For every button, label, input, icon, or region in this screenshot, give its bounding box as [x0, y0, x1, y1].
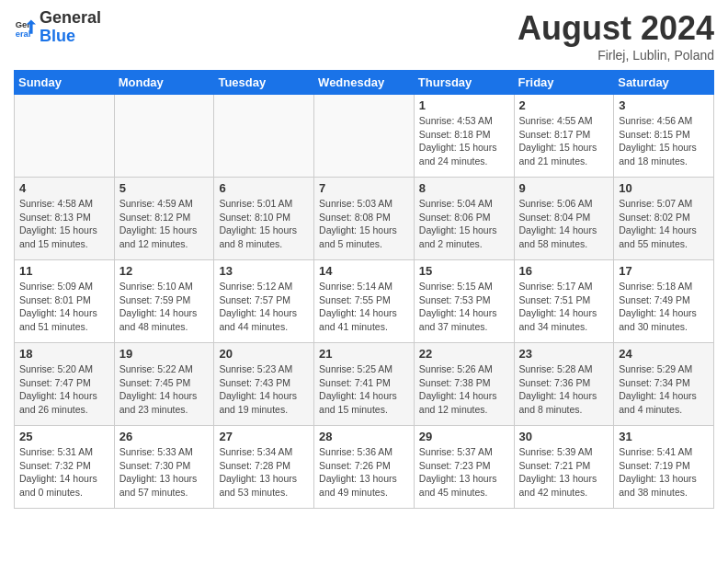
- day-number: 3: [619, 98, 709, 112]
- day-number: 16: [519, 264, 609, 278]
- day-number: 20: [219, 347, 309, 361]
- day-info: Sunrise: 5:39 AM Sunset: 7:21 PM Dayligh…: [519, 445, 609, 500]
- day-info: Sunrise: 5:31 AM Sunset: 7:32 PM Dayligh…: [19, 445, 109, 500]
- day-info: Sunrise: 5:20 AM Sunset: 7:47 PM Dayligh…: [19, 362, 109, 417]
- calendar-cell: 1Sunrise: 4:53 AM Sunset: 8:18 PM Daylig…: [414, 95, 514, 178]
- day-info: Sunrise: 4:56 AM Sunset: 8:15 PM Dayligh…: [619, 114, 709, 168]
- calendar-cell: 18Sunrise: 5:20 AM Sunset: 7:47 PM Dayli…: [15, 343, 115, 426]
- day-info: Sunrise: 5:29 AM Sunset: 7:34 PM Dayligh…: [619, 362, 709, 417]
- day-info: Sunrise: 5:03 AM Sunset: 8:08 PM Dayligh…: [319, 197, 409, 251]
- day-header-friday: Friday: [514, 71, 614, 95]
- calendar-cell: 27Sunrise: 5:34 AM Sunset: 7:28 PM Dayli…: [214, 426, 314, 509]
- day-header-tuesday: Tuesday: [214, 71, 314, 95]
- day-info: Sunrise: 5:23 AM Sunset: 7:43 PM Dayligh…: [219, 362, 309, 417]
- calendar-cell: 31Sunrise: 5:41 AM Sunset: 7:19 PM Dayli…: [614, 426, 714, 509]
- day-info: Sunrise: 4:59 AM Sunset: 8:12 PM Dayligh…: [119, 197, 210, 251]
- day-number: 7: [319, 181, 409, 195]
- day-number: 14: [319, 264, 409, 278]
- day-number: 25: [19, 430, 109, 443]
- day-info: Sunrise: 5:25 AM Sunset: 7:41 PM Dayligh…: [319, 362, 409, 417]
- calendar-cell: 20Sunrise: 5:23 AM Sunset: 7:43 PM Dayli…: [214, 343, 314, 426]
- calendar-cell: 7Sunrise: 5:03 AM Sunset: 8:08 PM Daylig…: [314, 178, 415, 260]
- day-header-monday: Monday: [114, 71, 214, 95]
- calendar-cell: 15Sunrise: 5:15 AM Sunset: 7:53 PM Dayli…: [414, 260, 514, 343]
- page-header: Gen eral GeneralBlue August 2024 Firlej,…: [14, 9, 714, 63]
- day-number: 21: [319, 347, 409, 361]
- calendar-cell: 13Sunrise: 5:12 AM Sunset: 7:57 PM Dayli…: [214, 260, 314, 343]
- day-number: 26: [119, 430, 210, 443]
- day-info: Sunrise: 5:41 AM Sunset: 7:19 PM Dayligh…: [619, 445, 709, 500]
- calendar-cell: 16Sunrise: 5:17 AM Sunset: 7:51 PM Dayli…: [514, 260, 614, 343]
- day-info: Sunrise: 5:01 AM Sunset: 8:10 PM Dayligh…: [219, 197, 309, 251]
- day-number: 2: [519, 98, 609, 112]
- day-info: Sunrise: 5:33 AM Sunset: 7:30 PM Dayligh…: [119, 445, 210, 500]
- day-info: Sunrise: 4:58 AM Sunset: 8:13 PM Dayligh…: [19, 197, 109, 251]
- day-number: 15: [419, 264, 509, 278]
- day-number: 22: [419, 347, 509, 361]
- day-number: 27: [219, 430, 309, 443]
- day-number: 28: [319, 430, 409, 443]
- day-info: Sunrise: 5:28 AM Sunset: 7:36 PM Dayligh…: [519, 362, 609, 417]
- calendar-cell: 2Sunrise: 4:55 AM Sunset: 8:17 PM Daylig…: [514, 95, 614, 178]
- day-number: 6: [219, 181, 309, 195]
- calendar-cell: [214, 95, 314, 178]
- day-number: 9: [519, 181, 609, 195]
- week-row-1: 1Sunrise: 4:53 AM Sunset: 8:18 PM Daylig…: [15, 95, 714, 178]
- calendar-cell: [314, 95, 415, 178]
- day-info: Sunrise: 5:15 AM Sunset: 7:53 PM Dayligh…: [419, 280, 509, 334]
- calendar-table: SundayMondayTuesdayWednesdayThursdayFrid…: [14, 70, 714, 509]
- calendar-cell: 3Sunrise: 4:56 AM Sunset: 8:15 PM Daylig…: [614, 95, 714, 178]
- week-row-5: 25Sunrise: 5:31 AM Sunset: 7:32 PM Dayli…: [15, 426, 714, 509]
- day-info: Sunrise: 5:17 AM Sunset: 7:51 PM Dayligh…: [519, 280, 609, 334]
- calendar-cell: 6Sunrise: 5:01 AM Sunset: 8:10 PM Daylig…: [214, 178, 314, 260]
- day-info: Sunrise: 5:10 AM Sunset: 7:59 PM Dayligh…: [119, 280, 210, 334]
- day-number: 8: [419, 181, 509, 195]
- calendar-cell: 26Sunrise: 5:33 AM Sunset: 7:30 PM Dayli…: [114, 426, 214, 509]
- day-info: Sunrise: 5:18 AM Sunset: 7:49 PM Dayligh…: [619, 280, 709, 334]
- day-info: Sunrise: 5:12 AM Sunset: 7:57 PM Dayligh…: [219, 280, 309, 334]
- week-row-2: 4Sunrise: 4:58 AM Sunset: 8:13 PM Daylig…: [15, 178, 714, 260]
- day-number: 31: [619, 430, 709, 443]
- day-info: Sunrise: 5:04 AM Sunset: 8:06 PM Dayligh…: [419, 197, 509, 251]
- calendar-cell: 10Sunrise: 5:07 AM Sunset: 8:02 PM Dayli…: [614, 178, 714, 260]
- week-row-3: 11Sunrise: 5:09 AM Sunset: 8:01 PM Dayli…: [15, 260, 714, 343]
- day-number: 11: [19, 264, 109, 278]
- title-block: August 2024 Firlej, Lublin, Poland: [518, 9, 714, 63]
- days-header-row: SundayMondayTuesdayWednesdayThursdayFrid…: [15, 71, 714, 95]
- day-header-wednesday: Wednesday: [314, 71, 415, 95]
- day-number: 29: [419, 430, 509, 443]
- month-title: August 2024: [518, 9, 714, 48]
- day-number: 17: [619, 264, 709, 278]
- day-info: Sunrise: 5:34 AM Sunset: 7:28 PM Dayligh…: [219, 445, 309, 500]
- calendar-cell: [114, 95, 214, 178]
- day-number: 10: [619, 181, 709, 195]
- day-number: 1: [419, 98, 509, 112]
- calendar-cell: 23Sunrise: 5:28 AM Sunset: 7:36 PM Dayli…: [514, 343, 614, 426]
- day-info: Sunrise: 4:55 AM Sunset: 8:17 PM Dayligh…: [519, 114, 609, 168]
- day-info: Sunrise: 5:36 AM Sunset: 7:26 PM Dayligh…: [319, 445, 409, 500]
- calendar-cell: 14Sunrise: 5:14 AM Sunset: 7:55 PM Dayli…: [314, 260, 415, 343]
- day-number: 18: [19, 347, 109, 361]
- day-number: 19: [119, 347, 210, 361]
- calendar-cell: 29Sunrise: 5:37 AM Sunset: 7:23 PM Dayli…: [414, 426, 514, 509]
- calendar-cell: 17Sunrise: 5:18 AM Sunset: 7:49 PM Dayli…: [614, 260, 714, 343]
- day-info: Sunrise: 5:09 AM Sunset: 8:01 PM Dayligh…: [19, 280, 109, 334]
- calendar-cell: 11Sunrise: 5:09 AM Sunset: 8:01 PM Dayli…: [15, 260, 115, 343]
- day-info: Sunrise: 5:14 AM Sunset: 7:55 PM Dayligh…: [319, 280, 409, 334]
- calendar-cell: 22Sunrise: 5:26 AM Sunset: 7:38 PM Dayli…: [414, 343, 514, 426]
- day-info: Sunrise: 5:22 AM Sunset: 7:45 PM Dayligh…: [119, 362, 210, 417]
- day-number: 23: [519, 347, 609, 361]
- day-number: 12: [119, 264, 210, 278]
- week-row-4: 18Sunrise: 5:20 AM Sunset: 7:47 PM Dayli…: [15, 343, 714, 426]
- calendar-cell: 24Sunrise: 5:29 AM Sunset: 7:34 PM Dayli…: [614, 343, 714, 426]
- calendar-cell: 21Sunrise: 5:25 AM Sunset: 7:41 PM Dayli…: [314, 343, 415, 426]
- logo-icon: Gen eral: [14, 17, 36, 39]
- day-info: Sunrise: 5:26 AM Sunset: 7:38 PM Dayligh…: [419, 362, 509, 417]
- calendar-cell: 28Sunrise: 5:36 AM Sunset: 7:26 PM Dayli…: [314, 426, 415, 509]
- day-header-saturday: Saturday: [614, 71, 714, 95]
- day-number: 5: [119, 181, 210, 195]
- day-info: Sunrise: 4:53 AM Sunset: 8:18 PM Dayligh…: [419, 114, 509, 168]
- calendar-cell: [15, 95, 115, 178]
- logo-text: GeneralBlue: [40, 9, 101, 46]
- calendar-cell: 9Sunrise: 5:06 AM Sunset: 8:04 PM Daylig…: [514, 178, 614, 260]
